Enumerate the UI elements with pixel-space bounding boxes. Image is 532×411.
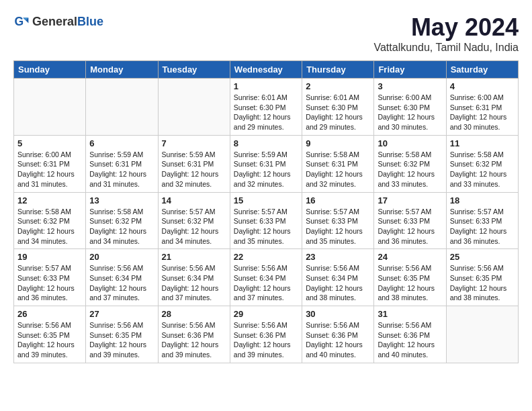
calendar-cell: 24Sunrise: 5:56 AM Sunset: 6:35 PM Dayli… (374, 249, 446, 306)
calendar-cell: 7Sunrise: 5:59 AM Sunset: 6:31 PM Daylig… (158, 135, 230, 192)
page-header: G GeneralBlue May 2024 Vattalkundu, Tami… (13, 13, 519, 54)
day-info: Sunrise: 5:59 AM Sunset: 6:31 PM Dayligh… (89, 150, 154, 189)
day-number: 27 (89, 309, 154, 319)
week-row-5: 26Sunrise: 5:56 AM Sunset: 6:35 PM Dayli… (14, 306, 519, 363)
day-number: 8 (234, 138, 298, 148)
day-number: 14 (162, 195, 226, 205)
location-title: Vattalkundu, Tamil Nadu, India (373, 42, 519, 54)
day-info: Sunrise: 5:57 AM Sunset: 6:33 PM Dayligh… (17, 263, 82, 303)
calendar-cell: 4Sunrise: 6:00 AM Sunset: 6:31 PM Daylig… (446, 79, 518, 136)
day-info: Sunrise: 5:56 AM Sunset: 6:36 PM Dayligh… (162, 320, 226, 360)
day-number: 25 (450, 252, 515, 262)
day-number: 28 (162, 309, 226, 319)
calendar-cell: 1Sunrise: 6:01 AM Sunset: 6:30 PM Daylig… (230, 79, 302, 136)
day-info: Sunrise: 5:59 AM Sunset: 6:31 PM Dayligh… (234, 150, 298, 189)
day-number: 4 (450, 81, 515, 91)
calendar-cell (446, 306, 518, 363)
header-day-tuesday: Tuesday (158, 61, 230, 79)
calendar-cell: 23Sunrise: 5:56 AM Sunset: 6:34 PM Dayli… (302, 249, 374, 306)
header-day-monday: Monday (86, 61, 158, 79)
day-number: 18 (450, 195, 515, 205)
calendar-cell: 20Sunrise: 5:56 AM Sunset: 6:34 PM Dayli… (86, 249, 158, 306)
day-info: Sunrise: 5:57 AM Sunset: 6:32 PM Dayligh… (162, 207, 226, 246)
day-info: Sunrise: 5:56 AM Sunset: 6:35 PM Dayligh… (378, 263, 442, 303)
calendar-cell: 14Sunrise: 5:57 AM Sunset: 6:32 PM Dayli… (158, 192, 230, 249)
month-title: May 2024 (373, 13, 519, 42)
day-number: 7 (162, 138, 226, 148)
header-day-sunday: Sunday (14, 61, 86, 79)
day-info: Sunrise: 5:58 AM Sunset: 6:32 PM Dayligh… (450, 150, 515, 189)
day-info: Sunrise: 5:56 AM Sunset: 6:34 PM Dayligh… (306, 263, 370, 303)
week-row-1: 1Sunrise: 6:01 AM Sunset: 6:30 PM Daylig… (14, 79, 519, 136)
day-number: 12 (17, 195, 82, 205)
header-day-thursday: Thursday (302, 61, 374, 79)
day-number: 1 (234, 81, 298, 91)
header-day-friday: Friday (374, 61, 446, 79)
calendar-cell: 12Sunrise: 5:58 AM Sunset: 6:32 PM Dayli… (14, 192, 86, 249)
day-number: 6 (89, 138, 154, 148)
day-number: 10 (378, 138, 442, 148)
day-info: Sunrise: 5:57 AM Sunset: 6:33 PM Dayligh… (234, 207, 298, 246)
week-row-2: 5Sunrise: 6:00 AM Sunset: 6:31 PM Daylig… (14, 135, 519, 192)
day-info: Sunrise: 5:56 AM Sunset: 6:35 PM Dayligh… (89, 320, 154, 360)
calendar-cell: 19Sunrise: 5:57 AM Sunset: 6:33 PM Dayli… (14, 249, 86, 306)
day-number: 31 (378, 309, 442, 319)
calendar-cell: 25Sunrise: 5:56 AM Sunset: 6:35 PM Dayli… (446, 249, 518, 306)
title-area: May 2024 Vattalkundu, Tamil Nadu, India (373, 13, 519, 54)
calendar-cell: 31Sunrise: 5:56 AM Sunset: 6:36 PM Dayli… (374, 306, 446, 363)
day-number: 5 (17, 138, 82, 148)
day-info: Sunrise: 5:56 AM Sunset: 6:36 PM Dayligh… (306, 320, 370, 360)
day-info: Sunrise: 6:01 AM Sunset: 6:30 PM Dayligh… (306, 93, 370, 132)
day-number: 15 (234, 195, 298, 205)
day-number: 2 (306, 81, 370, 91)
week-row-4: 19Sunrise: 5:57 AM Sunset: 6:33 PM Dayli… (14, 249, 519, 306)
calendar-cell: 26Sunrise: 5:56 AM Sunset: 6:35 PM Dayli… (14, 306, 86, 363)
day-number: 11 (450, 138, 515, 148)
calendar-cell: 17Sunrise: 5:57 AM Sunset: 6:33 PM Dayli… (374, 192, 446, 249)
day-number: 23 (306, 252, 370, 262)
calendar-cell (86, 79, 158, 136)
calendar-cell: 28Sunrise: 5:56 AM Sunset: 6:36 PM Dayli… (158, 306, 230, 363)
calendar-cell: 10Sunrise: 5:58 AM Sunset: 6:32 PM Dayli… (374, 135, 446, 192)
day-info: Sunrise: 5:56 AM Sunset: 6:34 PM Dayligh… (234, 263, 298, 303)
calendar-cell: 18Sunrise: 5:57 AM Sunset: 6:33 PM Dayli… (446, 192, 518, 249)
calendar-cell: 9Sunrise: 5:58 AM Sunset: 6:31 PM Daylig… (302, 135, 374, 192)
day-number: 20 (89, 252, 154, 262)
calendar-table: SundayMondayTuesdayWednesdayThursdayFrid… (13, 60, 519, 363)
svg-text:G: G (15, 15, 24, 28)
day-number: 16 (306, 195, 370, 205)
day-number: 30 (306, 309, 370, 319)
day-info: Sunrise: 5:56 AM Sunset: 6:36 PM Dayligh… (234, 320, 298, 360)
day-info: Sunrise: 5:56 AM Sunset: 6:34 PM Dayligh… (162, 263, 226, 303)
calendar-cell: 13Sunrise: 5:58 AM Sunset: 6:32 PM Dayli… (86, 192, 158, 249)
day-info: Sunrise: 5:56 AM Sunset: 6:35 PM Dayligh… (450, 263, 515, 303)
calendar-cell (14, 79, 86, 136)
day-number: 22 (234, 252, 298, 262)
logo-general: General (32, 15, 77, 28)
calendar-cell: 21Sunrise: 5:56 AM Sunset: 6:34 PM Dayli… (158, 249, 230, 306)
day-number: 21 (162, 252, 226, 262)
calendar-cell: 16Sunrise: 5:57 AM Sunset: 6:33 PM Dayli… (302, 192, 374, 249)
day-info: Sunrise: 5:57 AM Sunset: 6:33 PM Dayligh… (450, 207, 515, 246)
calendar-cell: 6Sunrise: 5:59 AM Sunset: 6:31 PM Daylig… (86, 135, 158, 192)
day-number: 3 (378, 81, 442, 91)
logo-icon: G (13, 13, 30, 30)
header-day-wednesday: Wednesday (230, 61, 302, 79)
header-row: SundayMondayTuesdayWednesdayThursdayFrid… (14, 61, 519, 79)
logo-blue: Blue (77, 15, 103, 28)
calendar-cell: 22Sunrise: 5:56 AM Sunset: 6:34 PM Dayli… (230, 249, 302, 306)
calendar-cell: 29Sunrise: 5:56 AM Sunset: 6:36 PM Dayli… (230, 306, 302, 363)
day-number: 29 (234, 309, 298, 319)
calendar-cell: 5Sunrise: 6:00 AM Sunset: 6:31 PM Daylig… (14, 135, 86, 192)
calendar-cell: 27Sunrise: 5:56 AM Sunset: 6:35 PM Dayli… (86, 306, 158, 363)
day-info: Sunrise: 5:57 AM Sunset: 6:33 PM Dayligh… (306, 207, 370, 246)
day-number: 24 (378, 252, 442, 262)
day-info: Sunrise: 5:56 AM Sunset: 6:36 PM Dayligh… (378, 320, 442, 360)
calendar-cell: 3Sunrise: 6:00 AM Sunset: 6:30 PM Daylig… (374, 79, 446, 136)
day-number: 19 (17, 252, 82, 262)
calendar-cell: 30Sunrise: 5:56 AM Sunset: 6:36 PM Dayli… (302, 306, 374, 363)
day-number: 13 (89, 195, 154, 205)
day-info: Sunrise: 5:58 AM Sunset: 6:32 PM Dayligh… (89, 207, 154, 246)
day-number: 9 (306, 138, 370, 148)
day-info: Sunrise: 5:57 AM Sunset: 6:33 PM Dayligh… (378, 207, 442, 246)
